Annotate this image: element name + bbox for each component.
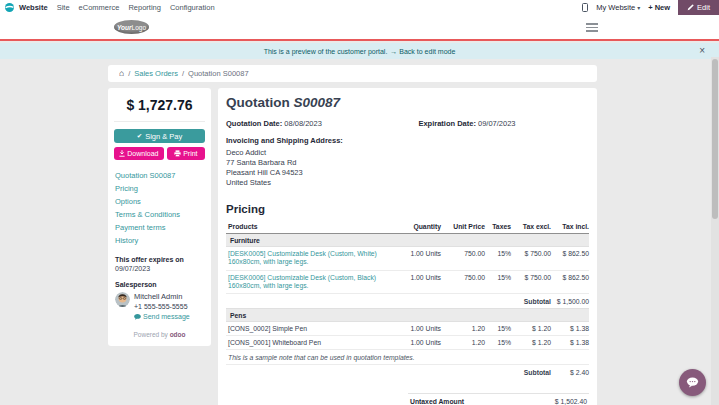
cell-tax-excl: $ 750.00 bbox=[511, 247, 551, 271]
product-name: [CONS_0002] Simple Pen bbox=[228, 325, 379, 332]
subtotal-value: $ 2.40 bbox=[551, 365, 589, 380]
untaxed-amount-label: Untaxed Amount bbox=[410, 398, 464, 405]
odoo-brand: odoo bbox=[170, 331, 186, 338]
chat-bubble-icon bbox=[686, 377, 699, 388]
table-row: [CONS_0001] Whiteboard Pen 1.00 Units 1.… bbox=[226, 336, 589, 350]
sidebar-link-quotation[interactable]: Quotation S00087 bbox=[115, 169, 204, 182]
system-navbar: Website Site eCommerce Reporting Configu… bbox=[0, 0, 719, 15]
sidebar-link-pricing[interactable]: Pricing bbox=[115, 182, 204, 195]
website-switcher[interactable]: My Website ▾ bbox=[596, 3, 640, 12]
app-menu-website[interactable]: Website bbox=[19, 3, 48, 12]
banner-close-icon[interactable]: × bbox=[699, 45, 705, 56]
quotation-note: This is a sample note that can be used i… bbox=[226, 350, 589, 365]
section-furniture: Furniture bbox=[226, 234, 589, 247]
address-block: Deco Addict 77 Santa Barbara Rd Pleasant… bbox=[226, 148, 589, 188]
quotation-sidebar: $ 1,727.76 ✔ Sign & Pay Download Print Q… bbox=[108, 88, 211, 346]
cell-tax-incl: $ 1.38 bbox=[551, 322, 589, 336]
cell-taxes: 15% bbox=[485, 247, 511, 271]
send-message-link[interactable]: Send message bbox=[134, 312, 190, 322]
logo-text-logo: Logo bbox=[132, 24, 146, 31]
subtotal-label: Subtotal bbox=[226, 294, 551, 309]
section-subtotal-row: Subtotal $ 2.40 bbox=[226, 365, 589, 380]
table-row: [CONS_0002] Simple Pen 1.00 Units 1.20 1… bbox=[226, 322, 589, 336]
edit-button-label: Edit bbox=[697, 3, 710, 12]
cell-tax-excl: $ 750.00 bbox=[511, 270, 551, 294]
product-description: 160x80cm, with large legs. bbox=[228, 281, 379, 291]
cell-unit-price: 750.00 bbox=[441, 270, 485, 294]
sidebar-link-options[interactable]: Options bbox=[115, 195, 204, 208]
salesperson-avatar bbox=[115, 292, 130, 307]
sidebar-nav: Quotation S00087 Pricing Options Terms &… bbox=[108, 160, 211, 247]
salesperson-name: Mitchell Admin bbox=[134, 292, 190, 302]
send-message-label: Send message bbox=[143, 312, 190, 322]
menu-reporting[interactable]: Reporting bbox=[128, 3, 161, 12]
cell-taxes: 15% bbox=[485, 322, 511, 336]
page-title: Quotation S00087 bbox=[226, 95, 589, 110]
plus-icon: + bbox=[648, 3, 652, 12]
cell-tax-incl: $ 862.50 bbox=[551, 270, 589, 294]
untaxed-amount-row: Untaxed Amount $ 1,502.40 bbox=[408, 393, 589, 405]
address-line: Deco Addict bbox=[226, 148, 589, 158]
hamburger-menu-icon[interactable] bbox=[586, 23, 598, 34]
expiration-date-label: Expiration Date: bbox=[418, 119, 476, 128]
cell-taxes: 15% bbox=[485, 270, 511, 294]
edit-button[interactable]: Edit bbox=[678, 0, 719, 15]
navbar-left: Website Site eCommerce Reporting Configu… bbox=[0, 3, 215, 12]
total-amount: $ 1,727.76 bbox=[114, 88, 205, 122]
menu-configuration[interactable]: Configuration bbox=[170, 3, 215, 12]
untaxed-amount-value: $ 1,502.40 bbox=[555, 398, 587, 405]
livechat-button[interactable] bbox=[679, 369, 706, 396]
address-line: United States bbox=[226, 178, 589, 188]
arrow-right-icon: → bbox=[390, 48, 397, 55]
product-name: [CONS_0001] Whiteboard Pen bbox=[228, 339, 379, 346]
sidebar-link-history[interactable]: History bbox=[115, 234, 204, 247]
expiry-date: 09/07/2023 bbox=[115, 265, 204, 272]
menu-ecommerce[interactable]: eCommerce bbox=[79, 3, 120, 12]
product-link[interactable]: [DESK0006] Customizable Desk (Custom, Bl… bbox=[228, 274, 379, 281]
cell-quantity: 1.00 Units bbox=[379, 322, 441, 336]
salesperson-label: Salesperson bbox=[115, 281, 204, 288]
vertical-scrollbar[interactable] bbox=[711, 57, 719, 405]
breadcrumb-current: Quotation S00087 bbox=[188, 69, 248, 78]
new-button[interactable]: + New bbox=[648, 3, 670, 12]
print-icon bbox=[174, 150, 181, 157]
sidebar-link-payment-terms[interactable]: Payment terms bbox=[115, 221, 204, 234]
menu-site[interactable]: Site bbox=[57, 3, 70, 12]
col-tax-incl: Tax incl. bbox=[551, 220, 589, 234]
product-link[interactable]: [DESK0005] Customizable Desk (Custom, Wh… bbox=[228, 250, 379, 257]
customer-portal-preview-banner: This is a preview of the customer portal… bbox=[0, 43, 719, 59]
salesperson-section: Salesperson Mitchell Admin +1 555-555-55… bbox=[108, 272, 211, 322]
sign-pay-button[interactable]: ✔ Sign & Pay bbox=[114, 129, 205, 143]
print-button[interactable]: Print bbox=[167, 147, 205, 160]
mobile-preview-icon[interactable] bbox=[582, 3, 588, 12]
col-products: Products bbox=[226, 220, 379, 234]
chat-bubble-icon bbox=[134, 314, 141, 320]
cell-unit-price: 1.20 bbox=[441, 322, 485, 336]
banner-message: This is a preview of the customer portal… bbox=[264, 48, 388, 55]
sidebar-link-terms[interactable]: Terms & Conditions bbox=[115, 208, 204, 221]
download-button[interactable]: Download bbox=[114, 147, 164, 160]
print-label: Print bbox=[183, 150, 197, 157]
expiry-label: This offer expires on bbox=[115, 256, 204, 263]
breadcrumb-sales-orders[interactable]: Sales Orders bbox=[134, 69, 178, 78]
table-header-row: Products Quantity Unit Price Taxes Tax e… bbox=[226, 220, 589, 234]
download-label: Download bbox=[127, 150, 158, 157]
order-lines-table: Products Quantity Unit Price Taxes Tax e… bbox=[226, 220, 589, 379]
subtotal-value: $ 1,500.00 bbox=[551, 294, 589, 309]
powered-by: Powered by odoo bbox=[108, 322, 211, 338]
cell-quantity: 1.00 Units bbox=[379, 247, 441, 271]
sign-pay-label: Sign & Pay bbox=[145, 132, 182, 141]
breadcrumb: ⌂ / Sales Orders / Quotation S00087 bbox=[108, 65, 597, 82]
section-subtotal-row: Subtotal $ 1,500.00 bbox=[226, 294, 589, 309]
cell-quantity: 1.00 Units bbox=[379, 270, 441, 294]
home-icon[interactable]: ⌂ bbox=[119, 69, 124, 78]
back-to-edit-mode-link[interactable]: → Back to edit mode bbox=[390, 48, 455, 55]
cell-tax-excl: $ 1.20 bbox=[511, 336, 551, 350]
address-label: Invoicing and Shipping Address: bbox=[226, 136, 589, 145]
quotation-note-row: This is a sample note that can be used i… bbox=[226, 350, 589, 365]
col-taxes: Taxes bbox=[485, 220, 511, 234]
cell-tax-excl: $ 1.20 bbox=[511, 322, 551, 336]
site-logo[interactable]: YourLogo bbox=[114, 20, 149, 34]
scrollbar-thumb[interactable] bbox=[712, 59, 718, 219]
breadcrumb-separator: / bbox=[128, 69, 130, 78]
